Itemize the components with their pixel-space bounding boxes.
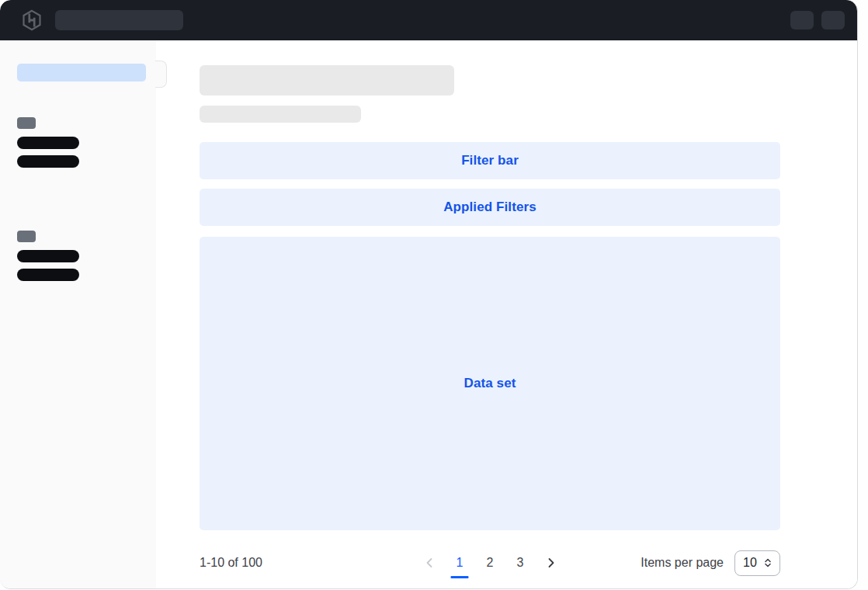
pagination-range-text: 1-10 of 100	[200, 556, 262, 570]
screenshot-stage: Filter bar Applied Filters Data set 1-10…	[0, 0, 868, 590]
applied-filters-region[interactable]: Applied Filters	[200, 189, 780, 226]
nav-search-placeholder[interactable]	[55, 10, 183, 30]
top-navigation	[0, 0, 857, 40]
next-page-button[interactable]	[536, 547, 566, 578]
sidebar-active-item-placeholder[interactable]	[17, 64, 146, 82]
sidebar-toggle-button[interactable]	[155, 61, 167, 88]
filter-bar-region[interactable]: Filter bar	[200, 142, 780, 179]
pagination-bar: 1-10 of 100 1 2 3	[200, 547, 780, 579]
data-set-label: Data set	[464, 376, 516, 391]
applied-filters-label: Applied Filters	[443, 200, 536, 215]
chevron-right-icon	[544, 557, 557, 569]
items-per-page-label: Items per page	[641, 556, 724, 570]
sidebar-group-1	[17, 117, 172, 168]
sidebar-link-placeholder[interactable]	[17, 137, 79, 149]
main-content: Filter bar Applied Filters Data set 1-10…	[156, 40, 857, 588]
sidebar-link-placeholder[interactable]	[17, 250, 79, 262]
hashicorp-logo-icon	[21, 9, 43, 32]
sidebar-link-placeholder[interactable]	[17, 155, 79, 168]
items-per-page-value: 10	[743, 556, 757, 570]
sidebar	[0, 40, 173, 588]
page-1-button[interactable]: 1	[445, 547, 475, 578]
page-subtitle-placeholder	[200, 106, 361, 123]
app-window: Filter bar Applied Filters Data set 1-10…	[0, 0, 858, 589]
items-per-page-group: Items per page 10	[641, 550, 780, 576]
up-down-chevrons-icon	[762, 557, 773, 568]
pagination-pages: 1 2 3	[415, 547, 566, 578]
page-3-button[interactable]: 3	[505, 547, 536, 578]
nav-right-actions	[790, 11, 845, 30]
filter-bar-label: Filter bar	[461, 153, 519, 168]
sidebar-section-title-placeholder	[17, 117, 36, 129]
page-title-placeholder	[200, 65, 454, 95]
previous-page-button[interactable]	[415, 547, 445, 578]
data-set-region[interactable]: Data set	[200, 237, 780, 530]
sidebar-section-title-placeholder	[17, 231, 36, 242]
sidebar-link-placeholder[interactable]	[17, 269, 79, 281]
items-per-page-select[interactable]: 10	[734, 550, 780, 576]
nav-action-placeholder-1[interactable]	[790, 11, 814, 30]
nav-action-placeholder-2[interactable]	[821, 11, 845, 30]
sidebar-group-2	[17, 231, 172, 281]
page-2-button[interactable]: 2	[475, 547, 505, 578]
chevron-left-icon	[423, 557, 436, 569]
